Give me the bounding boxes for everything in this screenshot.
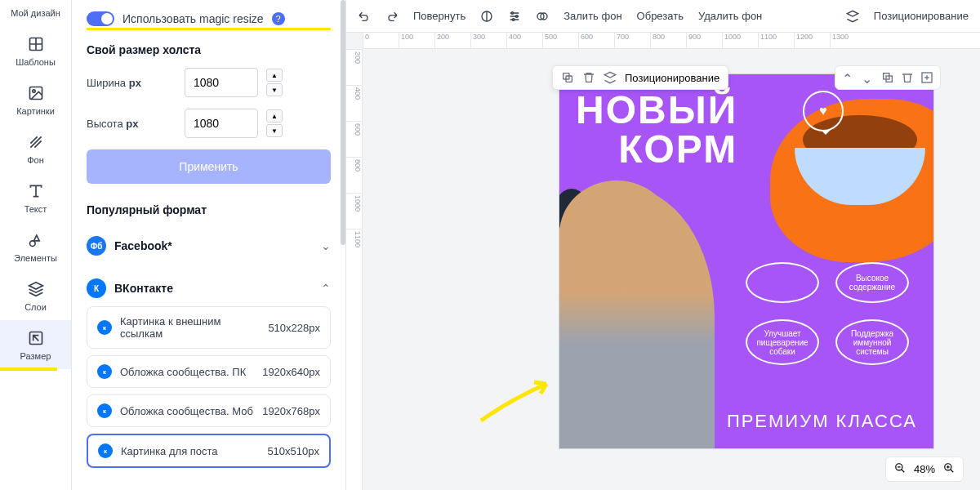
height-label: Высота px (87, 118, 185, 130)
adjust-icon[interactable] (480, 10, 493, 23)
format-size: 1920x640px (262, 366, 320, 378)
copy-icon[interactable] (561, 71, 574, 84)
canvas-wrap: Позиционирование ⌃ ⌄ ♥ НОВЫЙ КОРМ (559, 74, 934, 449)
format-size: 510x228px (268, 322, 320, 334)
vk-label: ВКонтакте (114, 282, 313, 295)
ruler-vertical: 20040060080010001100 (346, 49, 363, 490)
sidebar-item-elements[interactable]: Элементы (0, 222, 71, 271)
redo-button[interactable] (385, 10, 399, 23)
width-step-down[interactable]: ▼ (266, 83, 283, 96)
image-icon (26, 83, 46, 103)
format-label: Картинка для поста (121, 445, 259, 457)
fill-bg-button[interactable]: Залить фон (564, 10, 621, 22)
height-stepper: ▲ ▼ (266, 109, 283, 137)
vk-icon: К (87, 278, 106, 298)
copy-icon[interactable] (881, 71, 894, 84)
overlap-icon[interactable] (536, 10, 549, 23)
remove-bg-button[interactable]: Удалить фон (698, 10, 762, 22)
expand-icon[interactable]: ⌄ (862, 71, 875, 84)
width-step-up[interactable]: ▲ (266, 69, 283, 82)
format-label: Обложка сообщества. ПК (120, 366, 254, 378)
canvas-area: Повернуть Залить фон Обрезать Удалить фо… (346, 0, 980, 490)
sidebar-item-label: Мой дизайн (11, 8, 60, 18)
facebook-header[interactable]: Фб Facebook* ⌄ (87, 228, 331, 264)
hatch-icon (26, 132, 46, 152)
sidebar-item-images[interactable]: Картинки (0, 75, 71, 124)
add-icon[interactable] (920, 71, 933, 84)
zoom-value: 48% (914, 463, 935, 475)
chevron-up-icon: ⌃ (321, 282, 331, 295)
help-icon[interactable]: ? (272, 12, 285, 25)
feature-bubble: Поддержка иммунной системы (835, 319, 909, 365)
format-label: Обложка сообщества. Моб (120, 405, 254, 417)
trash-icon[interactable] (901, 71, 914, 84)
sidebar-item-size[interactable]: Размер (0, 320, 71, 369)
facebook-icon: Фб (87, 236, 106, 256)
premium-text: ПРЕМИУМ КЛАССА (727, 411, 917, 432)
ruler-horizontal: 0100200300400500600700800900100011001200… (363, 33, 980, 49)
format-size: 1920x768px (262, 405, 320, 417)
crop-button[interactable]: Обрезать (637, 10, 684, 22)
sidebar-item-label: Элементы (14, 253, 57, 263)
vk-icon: к (97, 364, 112, 379)
width-row: Ширина px ▲ ▼ (87, 68, 331, 97)
layers-icon[interactable] (846, 10, 859, 23)
vk-icon: к (97, 320, 112, 335)
format-size: 510x510px (267, 445, 319, 457)
width-stepper: ▲ ▼ (266, 69, 283, 96)
workspace[interactable]: 0100200300400500600700800900100011001200… (346, 33, 980, 490)
format-group-facebook: Фб Facebook* ⌄ (87, 228, 331, 264)
width-label: Ширина px (87, 77, 185, 89)
sidebar-item-text[interactable]: Текст (0, 173, 71, 222)
rotate-button[interactable]: Повернуть (413, 10, 466, 22)
format-label: Картинка к внешним ссылкам (120, 315, 260, 340)
sidebar-item-label: Фон (27, 155, 44, 165)
apply-button[interactable]: Применить (87, 149, 331, 184)
vk-format-external-link[interactable]: к Картинка к внешним ссылкам 510x228px (87, 306, 331, 349)
format-group-vk: К ВКонтакте ⌃ к Картинка к внешним ссылк… (87, 270, 331, 468)
magic-resize-toggle[interactable] (87, 11, 114, 26)
top-toolbar: Повернуть Залить фон Обрезать Удалить фо… (346, 0, 980, 33)
sliders-icon[interactable] (508, 10, 521, 23)
custom-size-title: Свой размер холста (87, 43, 331, 56)
sidebar-item-label: Шаблоны (16, 57, 56, 67)
vk-format-post-image[interactable]: к Картинка для поста 510x510px (87, 434, 331, 468)
floating-toolbar: Позиционирование (552, 65, 728, 90)
float-position-label[interactable]: Позиционирование (625, 72, 719, 84)
canvas-headline: НОВЫЙ КОРМ (576, 91, 737, 169)
sidebar-item-layers[interactable]: Слои (0, 271, 71, 320)
sidebar-item-templates[interactable]: Шаблоны (0, 26, 71, 75)
vk-format-cover-mob[interactable]: к Обложка сообщества. Моб 1920x768px (87, 394, 331, 427)
popular-format-title: Популярный формат (87, 203, 331, 216)
trash-icon[interactable] (582, 71, 595, 84)
design-canvas[interactable]: ♥ НОВЫЙ КОРМ Высокое содержание Улучшает… (559, 74, 934, 449)
sidebar-item-mydesign[interactable]: Мой дизайн (0, 0, 71, 26)
vk-header[interactable]: К ВКонтакте ⌃ (87, 270, 331, 306)
width-input[interactable] (185, 68, 258, 97)
templates-icon (26, 34, 46, 54)
feature-bubble: Улучшает пищеварение собаки (746, 319, 819, 365)
height-step-up[interactable]: ▲ (266, 109, 283, 122)
svg-point-3 (29, 241, 35, 247)
sidebar-item-label: Размер (20, 351, 51, 361)
height-input[interactable] (185, 109, 258, 138)
height-step-down[interactable]: ▼ (266, 124, 283, 137)
magic-resize-label: Использовать magic resize (122, 12, 264, 25)
zoom-in-button[interactable] (943, 462, 955, 476)
height-row: Высота px ▲ ▼ (87, 109, 331, 138)
collapse-icon[interactable]: ⌃ (842, 71, 855, 84)
vk-format-cover-pc[interactable]: к Обложка сообщества. ПК 1920x640px (87, 355, 331, 388)
zoom-control: 48% (885, 457, 964, 482)
sidebar-item-label: Текст (24, 204, 47, 214)
undo-button[interactable] (358, 10, 371, 23)
sidebar-item-background[interactable]: Фон (0, 124, 71, 173)
feature-bubble (746, 262, 819, 303)
heart-bubble: ♥ (803, 91, 844, 131)
resize-icon (26, 328, 46, 348)
zoom-out-button[interactable] (894, 462, 906, 476)
position-button[interactable]: Позиционирование (874, 10, 969, 22)
sidebar-item-label: Слои (24, 302, 47, 312)
vk-icon: к (98, 443, 113, 458)
layers-icon[interactable] (604, 71, 617, 84)
annotation-arrow (477, 376, 559, 425)
